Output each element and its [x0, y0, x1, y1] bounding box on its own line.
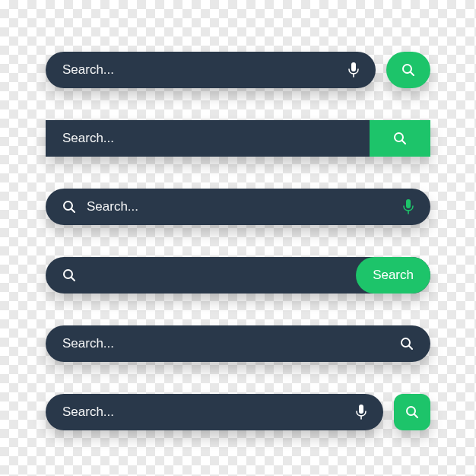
- search-icon: [393, 132, 407, 145]
- search-variant-6: [46, 394, 430, 430]
- search-icon: [405, 405, 419, 419]
- search-variant-4[interactable]: Search: [46, 257, 430, 294]
- search-input[interactable]: [87, 257, 345, 294]
- svg-line-3: [411, 72, 414, 75]
- search-icon[interactable]: [400, 337, 414, 351]
- search-variant-3[interactable]: [46, 189, 430, 225]
- svg-line-7: [71, 209, 75, 212]
- svg-line-5: [402, 141, 405, 144]
- search-icon: [62, 268, 76, 282]
- svg-line-13: [409, 346, 412, 349]
- microphone-icon[interactable]: [356, 405, 367, 420]
- svg-rect-14: [359, 405, 363, 414]
- svg-line-11: [71, 278, 75, 281]
- search-variant-5[interactable]: [46, 325, 430, 362]
- search-input[interactable]: [87, 189, 392, 225]
- search-icon: [401, 63, 415, 77]
- search-button[interactable]: [370, 120, 430, 157]
- search-bar[interactable]: [46, 394, 383, 430]
- search-input[interactable]: [62, 394, 356, 430]
- search-button[interactable]: Search: [356, 257, 430, 294]
- search-variant-1: [46, 52, 430, 88]
- search-bar[interactable]: [46, 52, 376, 88]
- search-icon: [62, 200, 76, 214]
- search-input[interactable]: [62, 120, 353, 157]
- search-input[interactable]: [62, 325, 400, 362]
- search-bar[interactable]: [46, 120, 370, 157]
- search-variant-2: [46, 120, 430, 157]
- microphone-icon[interactable]: [403, 199, 414, 214]
- search-input[interactable]: [62, 52, 348, 88]
- svg-rect-8: [406, 199, 411, 208]
- search-button-label: Search: [373, 268, 414, 283]
- svg-rect-0: [351, 62, 356, 71]
- svg-line-17: [414, 414, 417, 417]
- search-button[interactable]: [386, 52, 430, 88]
- search-button[interactable]: [394, 394, 430, 430]
- microphone-icon[interactable]: [348, 62, 359, 78]
